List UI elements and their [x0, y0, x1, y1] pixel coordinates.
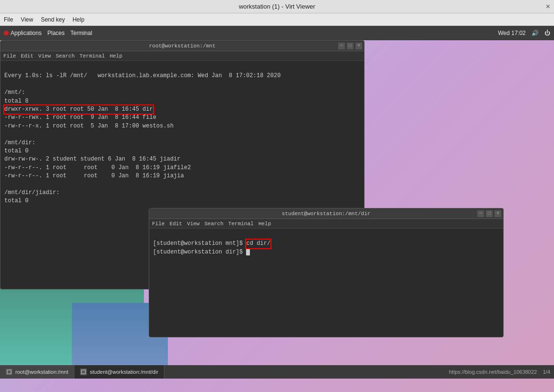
menu-sendkey[interactable]: Send key	[41, 16, 65, 23]
menu-help[interactable]: Help	[72, 16, 84, 23]
virt-viewer-titlebar: workstation (1) - Virt Viewer ×	[0, 0, 554, 13]
terminal2-menubar: File Edit View Search Terminal Help	[149, 219, 503, 229]
taskbar-task1-label: root@workstation:/mnt	[15, 369, 68, 375]
terminal-label: Terminal	[71, 30, 92, 36]
t2-menu-edit[interactable]: Edit	[169, 221, 182, 227]
t1-menu-search[interactable]: Search	[56, 53, 75, 59]
t1-line15: /mnt/dir/jiadir:	[4, 189, 59, 196]
taskbar-right: https://blog.csdn.net/baidu_10638022 1/4	[449, 369, 554, 375]
taskbar-task1[interactable]: root@workstation:/mnt	[0, 365, 74, 379]
taskbar-task2-label: student@workstation:/mnt/dir	[90, 369, 158, 375]
t1-line6: -rw-r--rwx. 1 root root 9 Jan 8 16:44 fi…	[4, 114, 156, 121]
panel-right: Wed 17:02 🔊 ⏻	[498, 30, 550, 36]
places-label: Places	[47, 30, 65, 36]
terminal1-minimize-button[interactable]: ─	[338, 43, 345, 49]
taskbar-icon-2	[80, 369, 87, 375]
t1-line1: Every 1.0s: ls -lR /mnt/ workstation.lab…	[4, 72, 281, 79]
svg-rect-0	[7, 370, 11, 374]
t2-cursor	[246, 249, 250, 255]
taskbar-url: https://blog.csdn.net/baidu_10638022	[449, 369, 537, 375]
terminal1-close-button[interactable]: ×	[355, 43, 362, 49]
t1-menu-view[interactable]: View	[38, 53, 51, 59]
t1-menu-edit[interactable]: Edit	[21, 53, 33, 59]
applications-menu[interactable]: Applications	[4, 30, 42, 36]
t1-line10: total 0	[4, 148, 28, 154]
taskbar-task2[interactable]: student@workstation:/mnt/dir	[74, 365, 165, 379]
bottom-taskbar: root@workstation:/mnt student@workstatio…	[0, 365, 554, 379]
terminal-menu[interactable]: Terminal	[71, 30, 92, 36]
terminal1-titlebar: root@workstation:/mnt ─ □ ×	[0, 41, 364, 51]
t1-menu-help[interactable]: Help	[110, 53, 122, 59]
t1-line9: /mnt/dir:	[4, 139, 35, 146]
terminal2-close-button[interactable]: ×	[495, 210, 501, 217]
terminal2-body: [student@workstation mnt]$ cd dir/ [stud…	[149, 229, 503, 268]
terminal1-title: root@workstation:/mnt	[149, 43, 216, 49]
terminal2-titlebar: student@workstation:/mnt/dir ─ □ ×	[149, 208, 503, 219]
clock: Wed 17:02	[498, 30, 526, 36]
terminal2-maximize-button[interactable]: □	[486, 210, 493, 217]
t1-line4: total 8	[4, 98, 28, 104]
t1-line11: drw-rw-rw-. 2 student student 6 Jan 8 16…	[4, 156, 180, 162]
taskbar-icon-1	[6, 369, 12, 375]
t1-line7: -rw-r--r-x. 1 root root 5 Jan 8 17:00 we…	[4, 123, 174, 129]
volume-icon[interactable]: 🔊	[531, 30, 539, 36]
t1-menu-terminal[interactable]: Terminal	[80, 53, 105, 59]
menu-view[interactable]: View	[21, 16, 33, 23]
terminal1-body: Every 1.0s: ls -lR /mnt/ workstation.lab…	[0, 61, 364, 217]
t2-menu-help[interactable]: Help	[259, 221, 271, 227]
t2-cmd1: cd dir/	[246, 240, 270, 248]
t2-prompt2: [student@workstation dir]$	[153, 249, 246, 255]
applications-label: Applications	[11, 30, 42, 36]
t1-line3: /mnt/:	[4, 89, 25, 96]
virt-viewer-menubar: File View Send key Help	[0, 13, 554, 26]
terminal1-menubar: File Edit View Search Terminal Help	[0, 51, 364, 61]
close-icon[interactable]: ×	[546, 2, 550, 11]
t1-menu-file[interactable]: File	[3, 53, 16, 59]
t1-line13: -rw-r--r--. 1 root root 0 Jan 8 16:19 ji…	[4, 173, 184, 179]
desktop: root@workstation:/mnt ─ □ × File Edit Vi…	[0, 40, 554, 379]
terminal2-title: student@workstation:/mnt/dir	[282, 211, 371, 217]
terminal1-window-buttons: ─ □ ×	[338, 43, 362, 49]
terminal2-minimize-button[interactable]: ─	[477, 210, 484, 217]
t2-menu-file[interactable]: File	[152, 221, 165, 227]
window-title: workstation (1) - Virt Viewer	[239, 3, 315, 10]
svg-rect-1	[82, 370, 85, 374]
t1-line16: total 0	[4, 197, 28, 204]
redhat-icon	[4, 31, 9, 35]
menu-file[interactable]: File	[4, 16, 13, 23]
terminal1-maximize-button[interactable]: □	[347, 43, 354, 49]
t1-line5-highlight: drwxr-xrwx. 3 root root 50 Jan 8 16:45 d…	[4, 105, 153, 114]
terminal2-window-buttons: ─ □ ×	[477, 210, 501, 217]
places-menu[interactable]: Places	[47, 30, 65, 36]
power-icon[interactable]: ⏻	[544, 30, 550, 36]
t2-menu-terminal[interactable]: Terminal	[228, 221, 254, 227]
t2-prompt1: [student@workstation mnt]$	[153, 240, 246, 247]
terminal-window-2: student@workstation:/mnt/dir ─ □ × File …	[149, 208, 504, 337]
t1-line12: -rw-r--r--. 1 root root 0 Jan 8 16:19 ji…	[4, 164, 191, 171]
top-panel: Applications Places Terminal Wed 17:02 🔊…	[0, 26, 554, 40]
taskbar-page: 1/4	[543, 369, 550, 375]
t2-menu-search[interactable]: Search	[204, 221, 224, 227]
t2-menu-view[interactable]: View	[187, 221, 200, 227]
